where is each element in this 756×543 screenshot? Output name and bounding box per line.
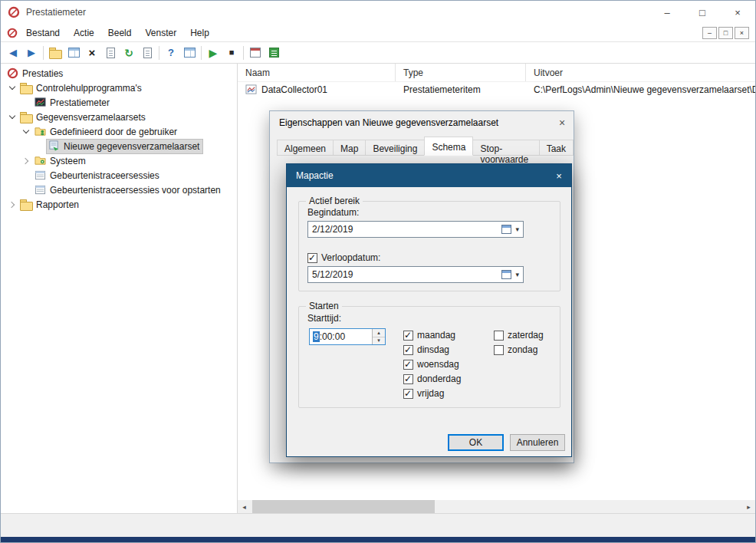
console-tree-button[interactable] xyxy=(64,44,83,62)
user-folder-icon xyxy=(34,126,46,138)
mapactie-body: Actief bereik Begindatum: 2/12/2019 ▾ Ve… xyxy=(287,187,571,456)
monitor-chart-icon xyxy=(34,97,46,109)
expander[interactable] xyxy=(5,116,19,118)
refresh-button[interactable]: ↻ xyxy=(120,44,138,62)
starttijd-field[interactable]: 9:00:00 ▴ ▾ xyxy=(309,328,386,345)
scroll-left-icon[interactable]: ◂ xyxy=(238,500,251,513)
checkbox-donderdag[interactable]: donderdag xyxy=(403,374,461,384)
expander[interactable] xyxy=(19,159,33,163)
checkbox-zaterdag[interactable]: zaterdag xyxy=(494,330,544,341)
chevron-expanded-icon xyxy=(9,113,15,119)
maximize-icon: □ xyxy=(699,7,705,18)
help-icon: ? xyxy=(168,48,174,58)
folder-icon xyxy=(20,82,32,94)
column-header-uitvoer[interactable]: Uitvoer xyxy=(526,64,755,81)
tree-item-prestaties[interactable]: Prestaties xyxy=(1,66,237,81)
mapactie-title: Mapactie xyxy=(296,170,334,181)
expander[interactable] xyxy=(5,202,19,207)
checkbox-woensdag[interactable]: woensdag xyxy=(403,359,459,370)
tab-stop-voorwaarde[interactable]: Stop-voorwaarde xyxy=(472,140,539,156)
tree-item-systeem[interactable]: Systeem xyxy=(1,153,237,168)
tree-item-gedefinieerd-door-de-gebruiker[interactable]: Gedefinieerd door de gebruiker xyxy=(1,124,237,139)
close-button[interactable]: × xyxy=(720,1,755,24)
tree-item-gebeurtenistraceersessies[interactable]: Gebeurtenistraceersessies xyxy=(1,168,237,183)
tab-beveiliging[interactable]: Beveiliging xyxy=(365,140,425,156)
spin-up-icon: ▴ xyxy=(377,330,380,336)
tab-algemeen[interactable]: Algemeen xyxy=(277,140,334,156)
mdi-close-icon: × xyxy=(740,29,744,37)
dropdown-arrow-icon[interactable]: ▾ xyxy=(515,225,519,233)
console-tree: Prestaties Controlehulpprogramma's Prest… xyxy=(1,64,238,513)
menu-actie[interactable]: Actie xyxy=(67,24,101,41)
tab-taak[interactable]: Taak xyxy=(539,140,574,156)
mapactie-titlebar: Mapactie × xyxy=(287,164,571,187)
spin-down-button[interactable]: ▾ xyxy=(373,337,385,345)
ok-button[interactable]: OK xyxy=(448,434,504,451)
checkbox-vrijdag[interactable]: vrijdag xyxy=(403,388,444,399)
export-list-button[interactable] xyxy=(138,44,156,62)
tree-item-gegevensverzamelaarsets[interactable]: Gegevensverzamelaarsets xyxy=(1,110,237,124)
tab-schema[interactable]: Schema xyxy=(424,137,473,156)
tree-item-label: Gegevensverzamelaarsets xyxy=(36,112,146,123)
mapactie-close-button[interactable]: × xyxy=(547,164,571,187)
checkbox-maandag[interactable]: maandag xyxy=(403,330,455,341)
window-title: Prestatiemeter xyxy=(26,7,86,18)
mdi-minimize-button[interactable]: – xyxy=(702,27,717,39)
new-window-button[interactable] xyxy=(180,44,199,62)
column-header-naam[interactable]: Naam xyxy=(238,64,396,81)
mdi-restore-icon: □ xyxy=(724,29,728,37)
minimize-button[interactable]: – xyxy=(649,1,685,24)
expander[interactable] xyxy=(19,130,33,133)
column-header-type[interactable]: Type xyxy=(396,64,526,81)
menu-venster[interactable]: Venster xyxy=(138,24,183,41)
help-button[interactable]: ? xyxy=(162,44,180,62)
checkbox-icon xyxy=(403,374,413,384)
checkbox-zondag[interactable]: zondag xyxy=(494,344,537,355)
maximize-button[interactable]: □ xyxy=(685,1,720,24)
spin-up-button[interactable]: ▴ xyxy=(373,329,385,337)
folder-icon xyxy=(49,48,61,58)
delete-button[interactable]: × xyxy=(83,44,101,62)
export-list-icon xyxy=(143,48,152,58)
scrollbar-thumb[interactable] xyxy=(252,500,435,513)
scroll-right-icon[interactable]: ▸ xyxy=(742,500,755,513)
menu-beeld[interactable]: Beeld xyxy=(101,24,139,41)
list-header: Naam Type Uitvoer xyxy=(238,64,755,82)
horizontal-scrollbar[interactable]: ◂ ▸ xyxy=(238,500,755,513)
expander[interactable] xyxy=(5,87,19,89)
cancel-button[interactable]: Annuleren xyxy=(510,434,565,451)
toolbar-separator xyxy=(201,46,202,60)
verloopdatum-field[interactable]: 5/12/2019 ▾ xyxy=(307,266,524,283)
mdi-restore-button[interactable]: □ xyxy=(718,27,733,39)
checkbox-label: donderdag xyxy=(417,374,461,384)
tree-item-gebeurtenistraceersessies-voor-opstarten[interactable]: Gebeurtenistraceersessies voor opstarten xyxy=(1,183,237,197)
tree-item-prestatiemeter[interactable]: Prestatiemeter xyxy=(1,95,237,110)
dropdown-arrow-icon[interactable]: ▾ xyxy=(515,271,519,278)
tree-item-nieuwe-gegevensverzamelaarset[interactable]: Nieuwe gegevensverzamelaarset xyxy=(1,139,237,153)
trace-sessions-icon xyxy=(34,184,46,196)
verloopdatum-checkbox[interactable]: Verloopdatum: xyxy=(307,252,380,263)
stop-collector-button[interactable]: ■ xyxy=(222,44,241,62)
menu-bestand[interactable]: Bestand xyxy=(19,24,67,41)
forward-button[interactable]: ▶ xyxy=(22,44,41,62)
begindatum-field[interactable]: 2/12/2019 ▾ xyxy=(307,221,524,238)
tree-item-rapporten[interactable]: Rapporten xyxy=(1,197,237,212)
list-row-datacollector01[interactable]: DataCollector01 Prestatiemeteritem C:\Pe… xyxy=(238,82,755,97)
report-icon xyxy=(269,48,279,58)
tab-map[interactable]: Map xyxy=(333,140,366,156)
checkbox-dinsdag[interactable]: dinsdag xyxy=(403,344,449,355)
start-collector-button[interactable]: ▶ xyxy=(204,44,222,62)
schedule-button[interactable] xyxy=(246,44,265,62)
properties-button[interactable] xyxy=(101,44,120,62)
menu-help[interactable]: Help xyxy=(183,24,216,41)
back-button[interactable]: ◀ xyxy=(4,44,22,62)
checkbox-icon xyxy=(403,331,413,341)
properties-close-button[interactable]: × xyxy=(551,111,574,134)
spinner-buttons: ▴ ▾ xyxy=(372,329,385,344)
checkbox-label: dinsdag xyxy=(417,344,449,355)
latest-report-button[interactable] xyxy=(265,44,283,62)
tree-item-controlehulpprogrammas[interactable]: Controlehulpprogramma's xyxy=(1,81,237,95)
checkbox-label: zondag xyxy=(508,344,537,355)
mdi-close-button[interactable]: × xyxy=(735,27,749,39)
up-level-button[interactable] xyxy=(46,44,64,62)
